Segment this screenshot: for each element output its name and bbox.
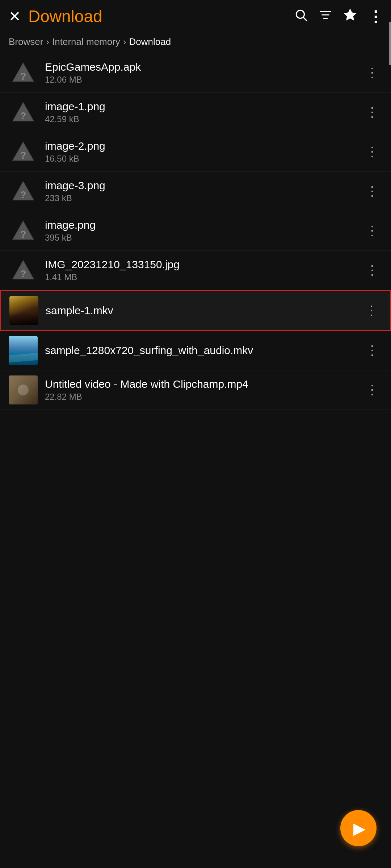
breadcrumb-sep-1: ›: [46, 36, 49, 47]
file-more-button[interactable]: ⋮: [362, 220, 382, 242]
header: ✕ Download ⋮: [0, 0, 391, 33]
file-more-button[interactable]: ⋮: [362, 101, 382, 124]
file-info: image.png 395 kB: [45, 219, 362, 243]
file-name: image-1.png: [45, 100, 362, 113]
overflow-menu-icon[interactable]: ⋮: [368, 8, 382, 25]
star-icon[interactable]: [343, 8, 357, 25]
close-button[interactable]: ✕: [9, 9, 21, 24]
unknown-file-icon: ?: [10, 179, 36, 204]
file-name: EpicGamesApp.apk: [45, 61, 362, 73]
file-info: Untitled video - Made with Clipchamp.mp4…: [45, 378, 362, 402]
file-thumbnail: ?: [9, 137, 38, 166]
file-size: 233 kB: [45, 193, 362, 203]
header-actions: ⋮: [294, 8, 382, 25]
page-title: Download: [28, 7, 294, 26]
unknown-file-icon: ?: [10, 218, 36, 244]
file-info: sample-1.mkv: [46, 304, 361, 317]
breadcrumb: Browser › Internal memory › Download: [0, 33, 391, 53]
file-info: EpicGamesApp.apk 12.06 MB: [45, 61, 362, 85]
unknown-file-icon: ?: [10, 60, 36, 86]
file-name: Untitled video - Made with Clipchamp.mp4: [45, 378, 362, 390]
file-info: image-3.png 233 kB: [45, 179, 362, 203]
list-item[interactable]: ? image-1.png 42.59 kB ⋮: [0, 93, 391, 132]
file-more-button[interactable]: ⋮: [362, 259, 382, 282]
file-name: image-3.png: [45, 179, 362, 192]
file-more-button[interactable]: ⋮: [362, 180, 382, 203]
file-more-button[interactable]: ⋮: [361, 299, 382, 322]
svg-text:?: ?: [20, 71, 26, 82]
breadcrumb-sep-2: ›: [123, 36, 126, 47]
file-size: 42.59 kB: [45, 114, 362, 124]
list-item[interactable]: sample-1.mkv ⋮: [0, 290, 391, 331]
file-info: IMG_20231210_133150.jpg 1.41 MB: [45, 258, 362, 282]
file-more-button[interactable]: ⋮: [362, 379, 382, 401]
list-item[interactable]: ? image-3.png 233 kB ⋮: [0, 172, 391, 211]
filter-icon[interactable]: [319, 8, 332, 25]
file-name: image-2.png: [45, 140, 362, 152]
scrollbar[interactable]: [389, 22, 391, 65]
list-item[interactable]: ? IMG_20231210_133150.jpg 1.41 MB ⋮: [0, 251, 391, 290]
fab-play-button[interactable]: ▶: [340, 810, 377, 846]
file-more-button[interactable]: ⋮: [362, 141, 382, 163]
list-item[interactable]: ? EpicGamesApp.apk 12.06 MB ⋮: [0, 53, 391, 93]
breadcrumb-download: Download: [129, 36, 171, 47]
list-item[interactable]: ? image-2.png 16.50 kB ⋮: [0, 132, 391, 172]
file-thumbnail: [9, 336, 38, 365]
file-more-button[interactable]: ⋮: [362, 339, 382, 362]
file-thumbnail: ?: [9, 177, 38, 206]
file-thumbnail: [9, 375, 38, 404]
file-size: 395 kB: [45, 233, 362, 243]
list-item[interactable]: ? image.png 395 kB ⋮: [0, 211, 391, 251]
file-list: ? EpicGamesApp.apk 12.06 MB ⋮ ? image-1.…: [0, 53, 391, 410]
file-size: 16.50 kB: [45, 154, 362, 164]
file-thumbnail: ?: [9, 256, 38, 285]
unknown-file-icon: ?: [10, 100, 36, 125]
file-size: 12.06 MB: [45, 75, 362, 85]
file-name: sample_1280x720_surfing_with_audio.mkv: [45, 344, 362, 357]
unknown-file-icon: ?: [10, 258, 36, 283]
file-size: 22.82 MB: [45, 392, 362, 402]
breadcrumb-internal-memory[interactable]: Internal memory: [52, 36, 120, 47]
file-thumbnail: ?: [9, 98, 38, 127]
file-more-button[interactable]: ⋮: [362, 62, 382, 84]
svg-text:?: ?: [20, 189, 26, 200]
file-thumbnail: ?: [9, 216, 38, 245]
breadcrumb-browser[interactable]: Browser: [9, 36, 43, 47]
svg-line-1: [304, 17, 307, 20]
list-item[interactable]: Untitled video - Made with Clipchamp.mp4…: [0, 370, 391, 410]
svg-text:?: ?: [20, 150, 26, 161]
svg-point-0: [296, 10, 304, 18]
list-item[interactable]: sample_1280x720_surfing_with_audio.mkv ⋮: [0, 331, 391, 370]
svg-text:?: ?: [20, 268, 26, 279]
file-info: image-2.png 16.50 kB: [45, 140, 362, 164]
file-name: image.png: [45, 219, 362, 231]
search-icon[interactable]: [294, 8, 308, 25]
svg-text:?: ?: [20, 229, 26, 240]
file-thumbnail: ?: [9, 58, 38, 87]
file-info: image-1.png 42.59 kB: [45, 100, 362, 124]
play-icon: ▶: [353, 819, 366, 838]
svg-text:?: ?: [20, 110, 26, 121]
file-name: IMG_20231210_133150.jpg: [45, 258, 362, 271]
svg-marker-5: [344, 9, 356, 20]
file-size: 1.41 MB: [45, 272, 362, 282]
file-name: sample-1.mkv: [46, 304, 361, 317]
file-thumbnail: [9, 296, 38, 325]
file-info: sample_1280x720_surfing_with_audio.mkv: [45, 344, 362, 357]
unknown-file-icon: ?: [10, 139, 36, 165]
